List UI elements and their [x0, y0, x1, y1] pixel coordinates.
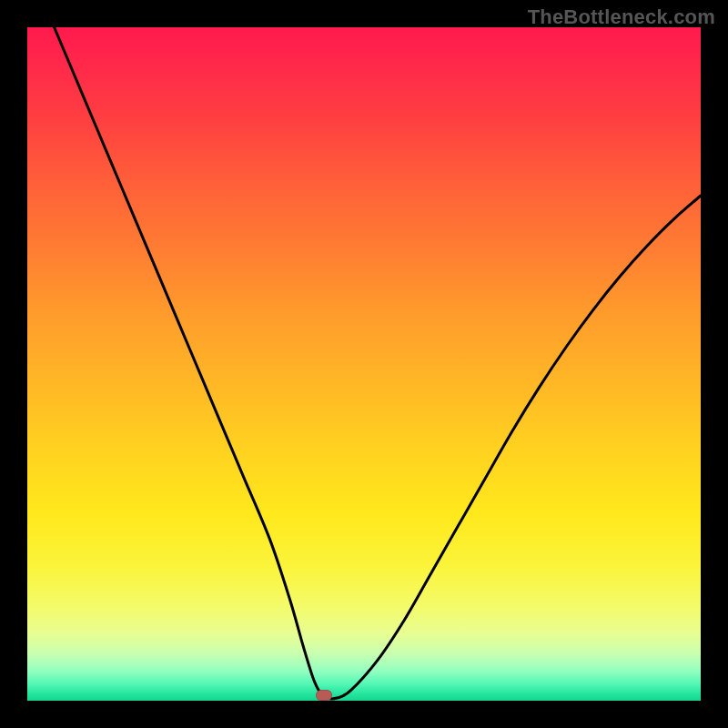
- optimal-marker: [316, 690, 332, 701]
- plot-area: [27, 27, 701, 701]
- curve-svg: [27, 27, 701, 701]
- chart-frame: TheBottleneck.com: [0, 0, 728, 728]
- bottleneck-curve: [55, 27, 701, 699]
- watermark-text: TheBottleneck.com: [528, 5, 715, 29]
